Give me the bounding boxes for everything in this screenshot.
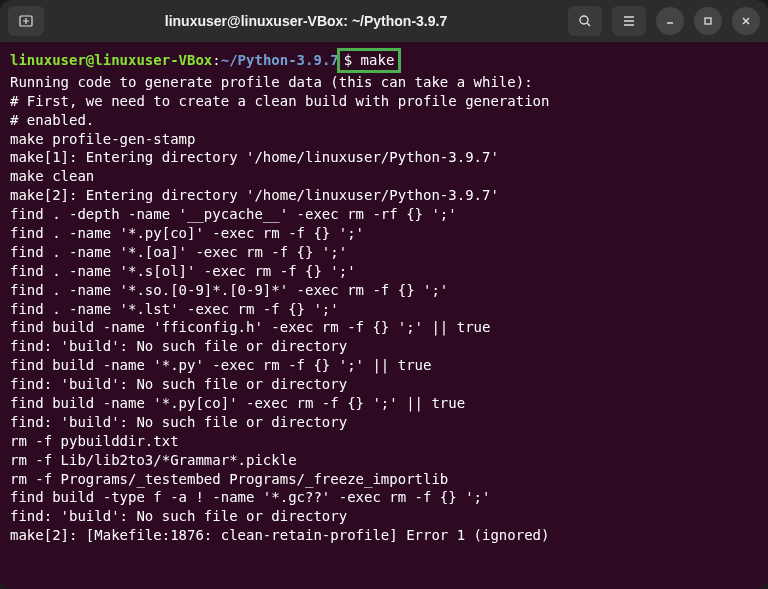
new-tab-button[interactable] <box>8 6 44 36</box>
output-line: find . -name '*.lst' -exec rm -f {} ';' <box>10 300 758 319</box>
minimize-icon <box>664 15 676 27</box>
output-line: # enabled. <box>10 111 758 130</box>
close-icon <box>740 15 752 27</box>
svg-line-4 <box>587 23 590 26</box>
search-button[interactable] <box>568 6 602 36</box>
output-line: make[1]: Entering directory '/home/linux… <box>10 148 758 167</box>
window-titlebar: linuxuser@linuxuser-VBox: ~/Python-3.9.7 <box>0 0 768 42</box>
output-line: find: 'build': No such file or directory <box>10 507 758 526</box>
svg-point-3 <box>580 16 588 24</box>
output-line: find . -name '*.[oa]' -exec rm -f {} ';' <box>10 243 758 262</box>
search-icon <box>578 14 592 28</box>
output-line: find build -name 'fficonfig.h' -exec rm … <box>10 318 758 337</box>
prompt-separator: : <box>212 52 220 68</box>
output-line: find . -name '*.so.[0-9]*.[0-9]*' -exec … <box>10 281 758 300</box>
window-title: linuxuser@linuxuser-VBox: ~/Python-3.9.7 <box>44 13 568 29</box>
output-line: rm -f Lib/lib2to3/*Grammar*.pickle <box>10 451 758 470</box>
output-line: find: 'build': No such file or directory <box>10 413 758 432</box>
output-line: # First, we need to create a clean build… <box>10 92 758 111</box>
highlighted-command: $ make <box>337 48 402 73</box>
output-line: find: 'build': No such file or directory <box>10 337 758 356</box>
output-line: find . -name '*.py[co]' -exec rm -f {} '… <box>10 224 758 243</box>
output-line: make profile-gen-stamp <box>10 130 758 149</box>
hamburger-icon <box>622 14 636 28</box>
new-tab-icon <box>18 13 34 29</box>
output-line: make clean <box>10 167 758 186</box>
maximize-icon <box>702 15 714 27</box>
titlebar-right <box>568 6 760 36</box>
output-line: find build -name '*.py' -exec rm -f {} '… <box>10 356 758 375</box>
output-container: Running code to generate profile data (t… <box>10 73 758 545</box>
minimize-button[interactable] <box>656 7 684 35</box>
output-line: Running code to generate profile data (t… <box>10 73 758 92</box>
close-button[interactable] <box>732 7 760 35</box>
titlebar-left <box>8 6 44 36</box>
svg-rect-9 <box>705 18 711 24</box>
output-line: find: 'build': No such file or directory <box>10 375 758 394</box>
prompt-symbol: $ <box>344 52 361 68</box>
output-line: make[2]: [Makefile:1876: clean-retain-pr… <box>10 526 758 545</box>
output-line: make[2]: Entering directory '/home/linux… <box>10 186 758 205</box>
output-line: find . -name '*.s[ol]' -exec rm -f {} ';… <box>10 262 758 281</box>
command-text: make <box>361 52 395 68</box>
output-line: find . -depth -name '__pycache__' -exec … <box>10 205 758 224</box>
output-line: find build -name '*.py[co]' -exec rm -f … <box>10 394 758 413</box>
maximize-button[interactable] <box>694 7 722 35</box>
terminal-body[interactable]: linuxuser@linuxuser-VBox:~/Python-3.9.7$… <box>0 42 768 589</box>
prompt-user-host: linuxuser@linuxuser-VBox <box>10 52 212 68</box>
output-line: find build -type f -a ! -name '*.gc??' -… <box>10 488 758 507</box>
output-line: rm -f Programs/_testembed Programs/_free… <box>10 470 758 489</box>
prompt-line: linuxuser@linuxuser-VBox:~/Python-3.9.7$… <box>10 48 758 73</box>
output-line: rm -f pybuilddir.txt <box>10 432 758 451</box>
menu-button[interactable] <box>612 6 646 36</box>
prompt-path: ~/Python-3.9.7 <box>221 52 339 68</box>
